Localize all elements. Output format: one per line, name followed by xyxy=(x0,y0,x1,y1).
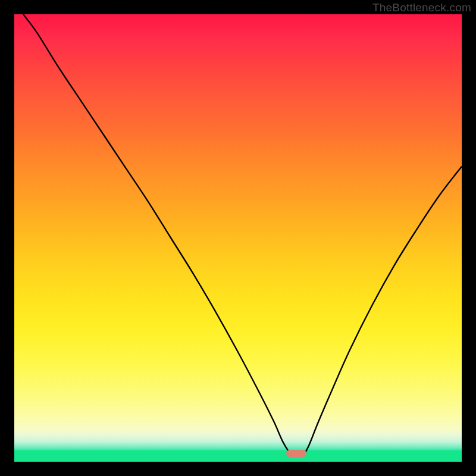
bottleneck-curve xyxy=(14,14,462,462)
watermark-text: TheBottleneck.com xyxy=(372,1,471,14)
optimum-marker xyxy=(286,450,306,457)
curve-right-path xyxy=(305,167,462,453)
curve-left-path xyxy=(23,14,289,453)
plot-frame xyxy=(14,14,462,462)
plot-area xyxy=(14,14,462,462)
